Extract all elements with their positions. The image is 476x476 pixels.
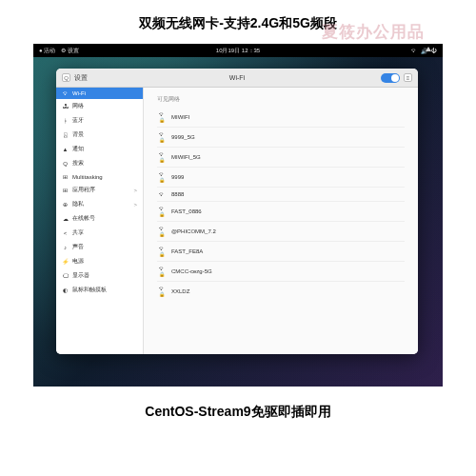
sidebar-item-8[interactable]: ⊕隐私>	[56, 197, 143, 211]
sidebar-icon: ▲	[62, 147, 69, 152]
window-titlebar: Q 设置 Wi-Fi ≡	[56, 69, 418, 88]
sidebar-item-label: 网络	[72, 102, 84, 110]
wifi-signal-icon: ᯤ🔒	[159, 111, 167, 123]
activities-button[interactable]: ● 活动	[39, 47, 55, 55]
network-name: 8888	[171, 191, 184, 197]
chevron-right-icon: >	[133, 202, 137, 208]
power-status-icon: ⏻	[431, 48, 437, 53]
network-item[interactable]: ᯤ🔒MIWIFI	[157, 108, 405, 128]
network-name: FAST_FE8A	[171, 248, 203, 254]
sidebar-item-7[interactable]: ⊞应用程序>	[56, 183, 143, 197]
lock-icon: 🔒	[159, 271, 165, 277]
network-name: FAST_0886	[171, 208, 202, 214]
topbar-triangle-icon	[426, 47, 431, 51]
wifi-signal-icon: ᯤ🔒	[159, 151, 167, 163]
wifi-signal-icon: ᯤ🔒	[159, 246, 167, 257]
sidebar-icon: ☁	[62, 215, 69, 222]
sidebar-item-label: 共享	[72, 228, 84, 237]
sidebar-icon: 🖧	[62, 104, 69, 109]
sidebar-item-label: 隐私	[72, 200, 84, 208]
lock-icon: 🔒	[159, 117, 165, 123]
sidebar-item-label: 鼠标和触摸板	[72, 286, 107, 294]
wifi-signal-icon: ᯤ🔒	[159, 171, 167, 183]
lock-icon: 🔒	[159, 211, 165, 217]
section-visible-networks: 可见网络	[157, 95, 405, 104]
sidebar-item-2[interactable]: ᚼ蓝牙	[56, 113, 143, 128]
sidebar-item-label: 在线帐号	[72, 214, 95, 223]
lock-icon: 🔒	[159, 291, 165, 297]
sidebar-item-12[interactable]: ⚡电源	[56, 254, 143, 268]
desktop-screen: ● 活动 ⚙ 设置 10月19日 12：35 ᯤ 🔊 ⏻ Q 设置 Wi-Fi …	[33, 44, 443, 387]
topbar-status[interactable]: ᯤ 🔊 ⏻	[411, 48, 437, 54]
network-item[interactable]: ᯤ🔒CMCC-cezg-5G	[157, 262, 405, 282]
sidebar-icon: ◐	[62, 287, 69, 293]
sidebar-icon: <	[62, 230, 69, 236]
network-item[interactable]: ᯤ🔒9999_5G	[157, 128, 405, 148]
network-name: @PHICOMM_7.2	[171, 228, 216, 234]
wifi-panel: 可见网络 ᯤ🔒MIWIFIᯤ🔒9999_5Gᯤ🔒MIWIFI_5Gᯤ🔒9999ᯤ…	[144, 88, 418, 354]
network-list: ᯤ🔒MIWIFIᯤ🔒9999_5Gᯤ🔒MIWIFI_5Gᯤ🔒9999ᯤ8888ᯤ…	[157, 108, 405, 301]
sidebar-item-4[interactable]: ▲通知	[56, 142, 143, 156]
sidebar-icon: 🖵	[62, 273, 69, 279]
sidebar-item-1[interactable]: 🖧网络	[56, 99, 143, 113]
network-item[interactable]: ᯤ🔒MIWIFI_5G	[157, 148, 405, 168]
sidebar-item-11[interactable]: ♪声音	[56, 240, 143, 254]
sidebar-item-label: 声音	[72, 243, 84, 251]
search-button[interactable]: Q	[62, 73, 70, 82]
page-title-bottom: CentOS-Stream9免驱即插即用	[0, 387, 476, 438]
sidebar-item-14[interactable]: ◐鼠标和触摸板	[56, 283, 143, 297]
network-item[interactable]: ᯤ🔒@PHICOMM_7.2	[157, 222, 405, 242]
sidebar-item-label: Multitasking	[72, 174, 103, 180]
menu-button[interactable]: ≡	[404, 73, 412, 82]
sidebar-item-label: 蓝牙	[72, 116, 84, 125]
topbar-datetime[interactable]: 10月19日 12：35	[216, 47, 260, 55]
sidebar-item-label: 应用程序	[72, 186, 95, 194]
settings-window: Q 设置 Wi-Fi ≡ ᯤWi-Fi🖧网络ᚼ蓝牙⍓背景▲通知Q搜索⊞Multi…	[56, 69, 418, 354]
network-name: MIWIFI	[171, 114, 189, 120]
wifi-signal-icon: ᯤ🔒	[159, 226, 167, 237]
sidebar-item-6[interactable]: ⊞Multitasking	[56, 170, 143, 183]
network-name: XXLDZ	[171, 288, 189, 294]
network-item[interactable]: ᯤ🔒9999	[157, 168, 405, 188]
network-name: 9999_5G	[171, 134, 195, 140]
network-name: CMCC-cezg-5G	[171, 268, 212, 274]
network-item[interactable]: ᯤ🔒FAST_0886	[157, 202, 405, 222]
wifi-signal-icon: ᯤ🔒	[159, 206, 167, 217]
sidebar-icon: ⊞	[62, 187, 69, 193]
sidebar-item-13[interactable]: 🖵显示器	[56, 268, 143, 283]
sidebar-item-label: Wi-Fi	[72, 90, 86, 96]
sidebar-icon: ⍓	[62, 132, 69, 138]
network-status-icon: ᯤ	[411, 48, 417, 53]
network-item[interactable]: ᯤ8888	[157, 188, 405, 202]
sidebar-item-5[interactable]: Q搜索	[56, 156, 143, 170]
network-name: 9999	[171, 174, 184, 180]
window-title-left: 设置	[74, 73, 88, 83]
sidebar-icon: Q	[62, 161, 69, 167]
gnome-topbar: ● 活动 ⚙ 设置 10月19日 12：35 ᯤ 🔊 ⏻	[33, 44, 443, 57]
lock-icon: 🔒	[159, 157, 165, 163]
network-item[interactable]: ᯤ🔒XXLDZ	[157, 282, 405, 301]
sidebar-item-0[interactable]: ᯤWi-Fi	[56, 88, 143, 99]
sidebar-icon: ⊞	[62, 173, 69, 180]
app-menu[interactable]: ⚙ 设置	[61, 47, 79, 55]
sidebar-icon: ⊕	[62, 201, 69, 208]
sidebar-item-label: 显示器	[72, 271, 89, 280]
sidebar-item-label: 电源	[72, 257, 84, 266]
sidebar-item-9[interactable]: ☁在线帐号	[56, 211, 143, 226]
settings-sidebar: ᯤWi-Fi🖧网络ᚼ蓝牙⍓背景▲通知Q搜索⊞Multitasking⊞应用程序>…	[56, 88, 144, 354]
sidebar-item-label: 背景	[72, 130, 84, 139]
lock-icon: 🔒	[159, 177, 165, 183]
wifi-toggle[interactable]	[381, 73, 400, 83]
sidebar-item-3[interactable]: ⍓背景	[56, 128, 143, 142]
sidebar-item-label: 通知	[72, 145, 84, 153]
page-title-top: 双频无线网卡-支持2.4G和5G频段	[0, 0, 476, 38]
wifi-signal-icon: ᯤ🔒	[159, 131, 167, 143]
wifi-signal-icon: ᯤ🔒	[159, 266, 167, 277]
sidebar-icon: ♪	[62, 245, 69, 250]
sidebar-icon: ᯤ	[62, 90, 69, 96]
lock-icon: 🔒	[159, 231, 165, 237]
lock-icon: 🔒	[159, 251, 165, 257]
window-title-center: Wi-Fi	[229, 74, 245, 81]
network-item[interactable]: ᯤ🔒FAST_FE8A	[157, 242, 405, 262]
sidebar-item-10[interactable]: <共享	[56, 226, 143, 240]
